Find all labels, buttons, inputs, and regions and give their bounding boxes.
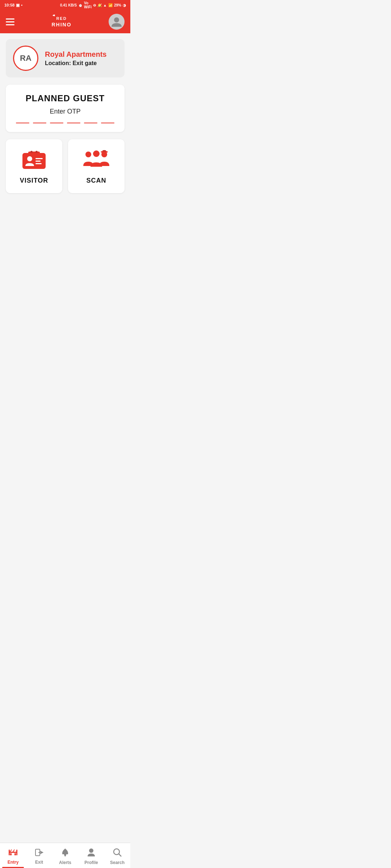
user-avatar[interactable] — [109, 14, 125, 30]
otp-field-1[interactable] — [16, 123, 29, 123]
visitor-label: VISITOR — [20, 177, 49, 184]
app-logo: RED RHINO — [42, 13, 81, 31]
svg-text:RHINO: RHINO — [51, 22, 71, 27]
svg-rect-5 — [30, 151, 33, 153]
otp-field-4[interactable] — [67, 123, 80, 123]
scan-icon — [82, 148, 111, 171]
location-avatar: RA — [13, 46, 38, 71]
avatar-icon — [110, 15, 123, 28]
logo-svg: RED RHINO — [42, 13, 81, 31]
app-header: RED RHINO — [0, 10, 130, 33]
visitor-icon — [20, 148, 49, 171]
otp-field-6[interactable] — [101, 123, 114, 123]
status-time: 10:58 ▣ • — [4, 3, 22, 8]
status-bar: 10:58 ▣ • 0.41 KB/S ⏰ VoWiFi ⊖ 🔔̸ ▲ 📶 29… — [0, 0, 130, 10]
svg-rect-4 — [28, 152, 40, 155]
menu-button[interactable] — [6, 18, 14, 25]
otp-field-5[interactable] — [84, 123, 97, 123]
svg-point-12 — [93, 150, 100, 157]
location-card: RA Royal Apartments Location: Exit gate — [6, 39, 125, 77]
status-right: 0.41 KB/S ⏰ VoWiFi ⊖ 🔔̸ ▲ 📶 29% ◑ — [60, 1, 126, 9]
otp-field-3[interactable] — [50, 123, 63, 123]
otp-fields[interactable] — [13, 123, 117, 123]
otp-card: PLANNED GUEST Enter OTP — [6, 85, 125, 132]
svg-rect-8 — [35, 158, 43, 159]
main-content: RA Royal Apartments Location: Exit gate … — [0, 33, 130, 250]
location-detail: Location: Exit gate — [45, 60, 106, 67]
action-cards: VISITOR SCAN — [6, 139, 125, 193]
svg-rect-6 — [35, 151, 38, 153]
otp-title: PLANNED GUEST — [13, 93, 117, 103]
visitor-card[interactable]: VISITOR — [6, 139, 62, 193]
location-info: Royal Apartments Location: Exit gate — [45, 50, 106, 67]
svg-point-16 — [102, 150, 106, 152]
svg-rect-10 — [35, 163, 42, 164]
svg-point-11 — [85, 152, 91, 157]
otp-field-2[interactable] — [33, 123, 46, 123]
svg-point-2 — [114, 17, 119, 22]
otp-subtitle: Enter OTP — [13, 108, 117, 115]
svg-point-7 — [27, 156, 32, 161]
svg-rect-9 — [35, 161, 41, 162]
scan-card[interactable]: SCAN — [68, 139, 125, 193]
svg-rect-3 — [22, 153, 46, 169]
scan-label: SCAN — [86, 177, 106, 184]
location-name: Royal Apartments — [45, 50, 106, 59]
svg-text:RED: RED — [56, 16, 67, 21]
